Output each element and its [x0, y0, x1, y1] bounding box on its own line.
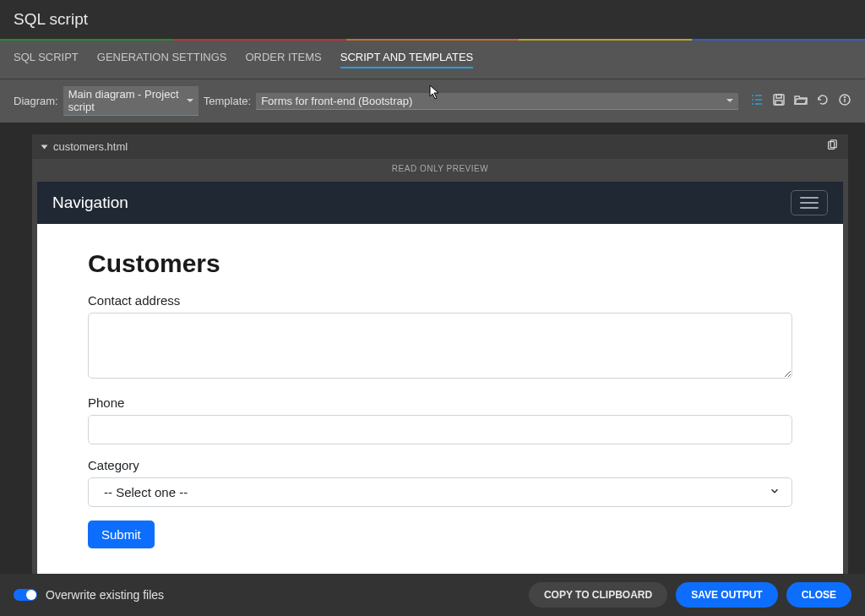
- svg-rect-7: [776, 95, 781, 98]
- template-value: Forms for front-end (Bootstrap): [261, 95, 412, 107]
- caret-down-icon: [187, 99, 193, 102]
- submit-button[interactable]: Submit: [88, 521, 155, 548]
- save-output-button[interactable]: SAVE OUTPUT: [676, 582, 777, 608]
- save-icon[interactable]: [772, 93, 786, 109]
- contact-address-input[interactable]: [88, 313, 792, 379]
- svg-rect-8: [775, 101, 782, 105]
- copy-icon[interactable]: [826, 139, 838, 154]
- list-icon[interactable]: [750, 93, 764, 109]
- title-bar: SQL script: [0, 0, 865, 39]
- folder-open-icon[interactable]: [794, 93, 808, 109]
- category-select[interactable]: [88, 477, 792, 507]
- diagram-label: Diagram:: [14, 95, 58, 107]
- diagram-value: Main diagram - Project script: [68, 88, 182, 113]
- tab-script-and-templates[interactable]: SCRIPT AND TEMPLATES: [340, 51, 474, 68]
- template-label: Template:: [204, 95, 251, 107]
- tab-generation-settings[interactable]: GENERATION SETTINGS: [97, 51, 227, 68]
- html-preview: Navigation Customers Contact address Pho…: [37, 182, 843, 574]
- info-icon[interactable]: [838, 93, 851, 109]
- caret-down-icon: [726, 99, 733, 102]
- contact-address-label: Contact address: [88, 293, 792, 308]
- hamburger-icon[interactable]: [791, 190, 828, 215]
- navbar-brand: Navigation: [52, 194, 128, 212]
- window-title: SQL script: [14, 10, 851, 29]
- overwrite-toggle[interactable]: [14, 589, 37, 601]
- refresh-icon[interactable]: [816, 93, 830, 109]
- form-heading: Customers: [88, 249, 792, 278]
- chevron-down-icon: [41, 144, 48, 149]
- close-button[interactable]: CLOSE: [786, 582, 851, 608]
- overwrite-label: Overwrite existing files: [46, 588, 164, 602]
- form-body: Customers Contact address Phone Category: [37, 224, 843, 574]
- category-label: Category: [88, 458, 792, 472]
- content-area: customers.html READ ONLY PREVIEW Navigat…: [0, 124, 865, 591]
- toolbar-icons: [750, 93, 851, 109]
- preview-navbar: Navigation: [37, 182, 843, 224]
- file-name: customers.html: [53, 140, 128, 153]
- copy-to-clipboard-button[interactable]: COPY TO CLIPBOARD: [529, 582, 667, 608]
- readonly-banner: READ ONLY PREVIEW: [32, 159, 848, 178]
- footer: Overwrite existing files COPY TO CLIPBOA…: [0, 574, 865, 616]
- tab-sql-script[interactable]: SQL SCRIPT: [14, 51, 79, 68]
- tab-bar: SQL SCRIPT GENERATION SETTINGS ORDER ITE…: [0, 41, 865, 79]
- phone-label: Phone: [88, 395, 792, 410]
- tab-order-items[interactable]: ORDER ITEMS: [245, 51, 321, 68]
- phone-input[interactable]: [88, 415, 792, 444]
- file-header[interactable]: customers.html: [32, 134, 848, 159]
- template-dropdown[interactable]: Forms for front-end (Bootstrap): [256, 93, 738, 110]
- svg-point-11: [845, 97, 846, 98]
- toolbar: Diagram: Main diagram - Project script T…: [0, 79, 865, 123]
- preview-wrapper: Navigation Customers Contact address Pho…: [32, 178, 848, 574]
- diagram-dropdown[interactable]: Main diagram - Project script: [63, 86, 199, 116]
